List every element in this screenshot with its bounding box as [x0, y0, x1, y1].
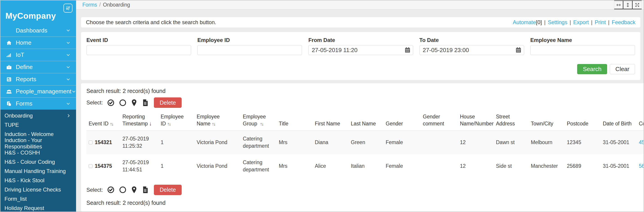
sort-amount-icon[interactable] — [64, 4, 72, 13]
sidebar-item-forms[interactable]: Forms — [0, 97, 76, 110]
table-row: 154321 27-05-2019 11:25:32 1 Victoria Po… — [86, 131, 644, 154]
chevron-down-icon — [66, 53, 71, 58]
row-checkbox[interactable] — [89, 164, 92, 168]
map-marker-icon[interactable] — [131, 99, 138, 107]
map-marker-icon[interactable] — [131, 186, 138, 194]
col-header-employee-group[interactable]: Employee Group ↑↓ — [240, 112, 276, 131]
select-toolbar-bottom: Select: — [86, 185, 644, 195]
col-header-first-name[interactable]: First Name — [312, 112, 348, 131]
first-name-value: Alice — [312, 154, 348, 178]
col-header-title[interactable]: Title — [276, 112, 312, 131]
sort-desc-icon[interactable]: ↓ — [149, 121, 152, 127]
brand-title: MyCompany — [6, 11, 56, 21]
submenu-item-tupe[interactable]: TUPE — [0, 120, 76, 130]
submenu-item-onboarding[interactable]: Onboarding — [0, 111, 76, 120]
col-header-town-city[interactable]: Town/City — [528, 112, 564, 131]
sidebar-item-iot[interactable]: IoT — [0, 49, 76, 61]
home-icon — [6, 39, 12, 46]
sidebar-item-label: Reports — [16, 76, 36, 83]
sort-icon[interactable]: ↑↓ — [212, 121, 215, 126]
event-id-label: Event ID — [86, 37, 191, 43]
document-icon[interactable] — [142, 99, 149, 107]
table-header-row: Event ID↑↓ Reporting Timestamp↓ Employee… — [86, 112, 644, 131]
sidebar-item-label: Dashboards — [16, 27, 47, 34]
contact-link[interactable]: 456 — [639, 139, 644, 145]
sort-icon[interactable]: ↑↓ — [167, 121, 170, 126]
search-button[interactable]: Search — [577, 64, 607, 74]
sidebar-item-define[interactable]: Define — [0, 61, 76, 73]
event-id-input[interactable] — [86, 45, 191, 55]
sort-icon[interactable]: ↑↓ — [260, 121, 263, 126]
col-header-last-name[interactable]: Last Name — [348, 112, 384, 131]
signal-bars-icon — [6, 51, 12, 59]
submenu-item-hs-colour-coding[interactable]: H&S - Colour Coding — [0, 157, 76, 166]
export-link[interactable]: Export — [573, 19, 589, 26]
last-name-value: Italian — [348, 154, 384, 178]
col-header-employee-name[interactable]: Employee Name↑↓ — [194, 112, 240, 131]
col-header-contact[interactable]: Co — [636, 112, 644, 131]
select-toolbar-top: Select: — [86, 97, 644, 108]
sort-icon[interactable]: ↑↓ — [110, 121, 113, 126]
employee-id-input[interactable] — [197, 45, 302, 55]
select-none-icon[interactable] — [119, 186, 127, 194]
delete-button[interactable]: Delete — [154, 97, 181, 108]
resize-vertical-icon[interactable] — [623, 1, 632, 9]
newspaper-icon — [6, 76, 12, 83]
col-header-house-name-number[interactable]: House Name/Number — [458, 112, 494, 131]
submenu-item-hs-kick-stool[interactable]: H&S - Kick Stool — [0, 176, 76, 185]
col-header-gender[interactable]: Gender — [384, 112, 420, 131]
select-all-icon[interactable] — [107, 186, 115, 194]
clear-button[interactable]: Clear — [610, 64, 635, 74]
users-icon — [6, 88, 12, 95]
settings-link[interactable]: Settings — [548, 19, 567, 26]
contact-link[interactable]: 563 — [639, 163, 644, 169]
submenu-item-label: Manual Handling Training — [4, 168, 66, 174]
sidebar-item-home[interactable]: Home — [0, 37, 76, 49]
from-date-input[interactable] — [308, 45, 413, 55]
submenu-item-holiday-request[interactable]: Holiday Request — [0, 203, 76, 212]
row-checkbox[interactable] — [89, 141, 92, 144]
submenu-item-label: Driving License Checks — [4, 186, 61, 193]
feedback-link[interactable]: Feedback — [612, 19, 636, 26]
employee-name-input[interactable] — [530, 45, 635, 55]
col-header-date-of-birth[interactable]: Date of Birth — [600, 112, 636, 131]
col-header-event-id[interactable]: Event ID↑↓ — [86, 112, 120, 131]
sidebar-item-label: Forms — [16, 100, 32, 107]
breadcrumb: Forms / Onboarding — [76, 1, 130, 9]
col-header-employee-id[interactable]: Employee ID↑↓ — [158, 112, 194, 131]
submenu-item-form-list[interactable]: Form_list — [0, 194, 76, 203]
automate-link[interactable]: Automate — [513, 19, 536, 25]
submenu-item-label: TUPE — [4, 122, 19, 128]
to-date-input[interactable] — [420, 45, 524, 55]
submenu-item-label: Form_list — [4, 196, 27, 202]
submenu-item-driving-license-checks[interactable]: Driving License Checks — [0, 185, 76, 194]
sidebar-item-reports[interactable]: Reports — [0, 73, 76, 85]
fullscreen-icon[interactable] — [632, 1, 642, 9]
submenu-item-induction-your-responsibilities[interactable]: Induction - Your Responsibilities — [0, 139, 76, 148]
chevron-down-icon — [66, 28, 71, 33]
delete-button[interactable]: Delete — [154, 185, 181, 195]
chevron-down-icon — [71, 89, 76, 94]
col-header-street-address[interactable]: Street Address — [494, 112, 528, 131]
reporting-timestamp-value: 27-05-2019 11:44:51 — [120, 154, 158, 178]
col-header-reporting-timestamp[interactable]: Reporting Timestamp↓ — [120, 112, 158, 131]
select-all-icon[interactable] — [107, 99, 115, 107]
sidebar-item-people-management[interactable]: People_management — [0, 85, 76, 97]
select-none-icon[interactable] — [119, 99, 127, 107]
result-summary: Search result: 2 record(s) found — [86, 88, 644, 94]
house-value: 12 — [458, 131, 494, 154]
action-links: Automate[0] | Settings | Export | Print … — [513, 19, 636, 26]
document-icon[interactable] — [142, 186, 149, 194]
resize-horizontal-icon[interactable] — [614, 1, 623, 9]
table-row: 154375 27-05-2019 11:44:51 1 Victoria Po… — [86, 154, 644, 178]
event-id-value: 154375 — [95, 163, 112, 169]
automate-count: [0] — [536, 19, 542, 25]
content: Choose the search criteria and click the… — [76, 10, 644, 211]
sidebar-item-dashboards[interactable]: Dashboards — [0, 24, 76, 37]
print-link[interactable]: Print — [595, 19, 606, 26]
breadcrumb-link-forms[interactable]: Forms — [82, 2, 97, 8]
col-header-gender-comment[interactable]: Gender comment — [420, 112, 458, 131]
gender-value: Female — [384, 131, 420, 154]
submenu-item-manual-handling-training[interactable]: Manual Handling Training — [0, 166, 76, 176]
col-header-postcode[interactable]: Postcode — [564, 112, 600, 131]
